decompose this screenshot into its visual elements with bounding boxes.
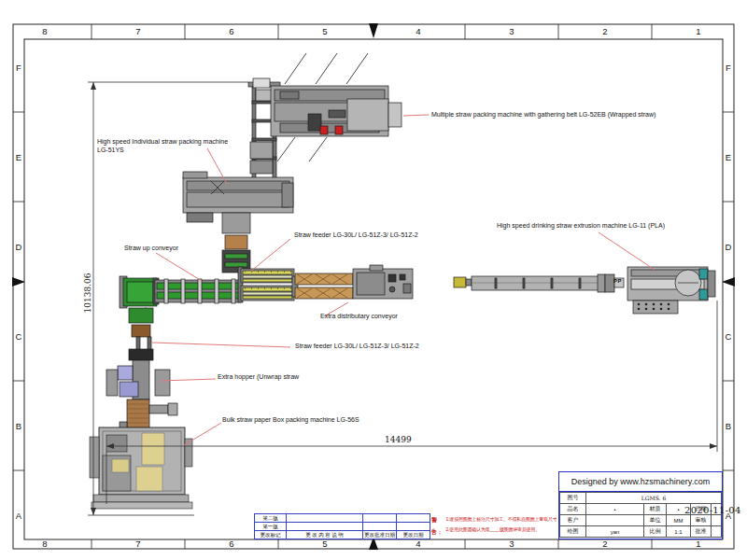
revision-header-mark: 更改标记 bbox=[255, 531, 287, 539]
drafter-label: 绘图 bbox=[560, 526, 586, 538]
grid-col-bottom-8: 8 bbox=[42, 539, 47, 549]
approve-value bbox=[712, 526, 722, 538]
review-value bbox=[712, 515, 722, 526]
grid-col-bottom-3: 3 bbox=[509, 539, 514, 549]
warning-prefix: 警告： bbox=[431, 514, 443, 538]
drawing-no-label: 图号 bbox=[560, 493, 586, 504]
revision-cell-empty bbox=[397, 514, 430, 523]
annotation-lg11: High speed drinking straw extrusion mach… bbox=[497, 221, 665, 230]
grid-col-top-2: 2 bbox=[602, 26, 607, 36]
product-value: • bbox=[586, 504, 644, 515]
scale-value: 1:1 bbox=[667, 526, 691, 538]
revision-version-2: 第二版 bbox=[255, 514, 287, 523]
revision-cell-empty bbox=[363, 514, 397, 523]
warning-line-2: 2.使用此图需确认为第____版图面评审后使用。 bbox=[446, 525, 557, 535]
grid-row-right-e: E bbox=[726, 152, 731, 162]
unit-value: MM bbox=[667, 515, 691, 526]
grid-row-right-f: F bbox=[726, 63, 731, 73]
revision-header-date: 更改日期 bbox=[397, 531, 430, 539]
grid-col-bottom-1: 1 bbox=[696, 539, 700, 549]
product-label: 品名 bbox=[560, 504, 586, 515]
revision-cell-empty bbox=[363, 523, 397, 531]
customer-value bbox=[586, 515, 644, 526]
unit-label: 单位 bbox=[644, 515, 667, 526]
revision-cell-empty bbox=[287, 514, 363, 523]
pp-marking: PP bbox=[613, 278, 622, 284]
grid-row-right-b: B bbox=[726, 421, 731, 431]
grid-col-top-4: 4 bbox=[416, 26, 420, 36]
grid-col-top-5: 5 bbox=[322, 26, 327, 36]
warning-note: 警告： 1.请按照图面上标注尺寸加工。不得私自图面上量取尺寸。 2.使用此图需确… bbox=[431, 514, 557, 538]
grid-col-top-7: 7 bbox=[135, 26, 140, 36]
grid-col-bottom-4: 4 bbox=[416, 539, 420, 549]
grid-row-left-e: E bbox=[16, 152, 21, 162]
grid-col-top-1: 1 bbox=[696, 26, 700, 36]
grid-row-right-c: C bbox=[726, 331, 732, 342]
engineering-drawing-sheet: 8 7 6 5 4 3 2 1 8 7 6 5 4 3 2 1 F E D C … bbox=[0, 0, 747, 560]
annotation-lg56s: Bulk straw paper Box packing machine LG-… bbox=[222, 415, 359, 424]
designed-by-text: Designed by www.hzsmachinery.com bbox=[559, 472, 722, 492]
annotation-straw-up: Straw up conveyor bbox=[124, 244, 178, 252]
revision-table: 第二版 第一版 更改标记 更 改 内 容 说 明 更改批准日期 更改日期 bbox=[254, 513, 430, 539]
scale-label: 比例 bbox=[644, 526, 667, 538]
annotation-feeder-lower: Straw feeder LG-30L/ LG-51Z-3/ LG-51Z-2 bbox=[295, 342, 419, 350]
lg11-extrusion-machine bbox=[454, 267, 715, 314]
grid-col-top-3: 3 bbox=[509, 26, 514, 36]
lg51ys-individual-straw-packing-machine bbox=[183, 172, 293, 273]
warning-line-1: 1.请按照图面上标注尺寸加工。不得私自图面上量取尺寸。 bbox=[446, 514, 557, 525]
review-label: 审核 bbox=[691, 515, 712, 526]
date-value: 2020-11-04 bbox=[684, 505, 741, 515]
extra-distributary-conveyor bbox=[292, 273, 353, 299]
lg56s-box-packing-machine bbox=[90, 427, 192, 509]
grid-col-bottom-7: 7 bbox=[135, 539, 140, 549]
revision-version-1: 第一版 bbox=[255, 523, 287, 531]
feeder-end-machine bbox=[353, 265, 413, 299]
straw-feeder-bands bbox=[238, 267, 294, 302]
straw-up-conveyor-assembly bbox=[120, 276, 241, 337]
grid-row-left-d: D bbox=[16, 242, 22, 252]
horizontal-dimension-text: 14499 bbox=[385, 435, 412, 444]
grid-row-left-a: A bbox=[16, 511, 21, 521]
revision-cell-empty bbox=[397, 523, 430, 531]
grid-row-left-b: B bbox=[16, 421, 21, 431]
grid-col-bottom-5: 5 bbox=[322, 539, 327, 549]
lg52eb-multiple-straw-packing-machine bbox=[271, 53, 402, 161]
annotation-lg51ys: High speed Individual straw packing mach… bbox=[97, 137, 228, 155]
revision-cell-empty bbox=[287, 523, 363, 531]
annotation-feeder-upper: Straw feeder LG-30L/ LG-51Z-3/ LG-51Z-2 bbox=[294, 231, 418, 239]
grid-row-left-c: C bbox=[16, 331, 22, 342]
grid-row-right-d: D bbox=[726, 242, 732, 252]
material-label: 材质 bbox=[644, 504, 667, 515]
grid-col-top-8: 8 bbox=[42, 26, 47, 36]
approve-label: 批准 bbox=[691, 526, 712, 538]
drawing-no-value: LGMS. 6 bbox=[586, 493, 722, 504]
revision-header-approve: 更改批准日期 bbox=[363, 531, 397, 539]
drafter-value: yan bbox=[586, 526, 644, 538]
grid-row-left-f: F bbox=[16, 63, 21, 73]
grid-col-bottom-6: 6 bbox=[229, 539, 233, 549]
customer-label: 客户 bbox=[560, 515, 586, 526]
grid-col-top-6: 6 bbox=[229, 26, 233, 36]
annotation-lg52eb: Multiple straw packing machine with gath… bbox=[431, 110, 655, 119]
vertical-dimension-text: 10138.06 bbox=[83, 273, 92, 314]
revision-header-content: 更 改 内 容 说 明 bbox=[287, 531, 363, 539]
annotation-hopper: Extra hopper (Unwrap straw bbox=[218, 372, 299, 381]
annotation-distributary: Extra distributary conveyor bbox=[320, 312, 398, 320]
extra-hopper-tower bbox=[106, 337, 177, 442]
grid-col-bottom-2: 2 bbox=[602, 539, 607, 549]
